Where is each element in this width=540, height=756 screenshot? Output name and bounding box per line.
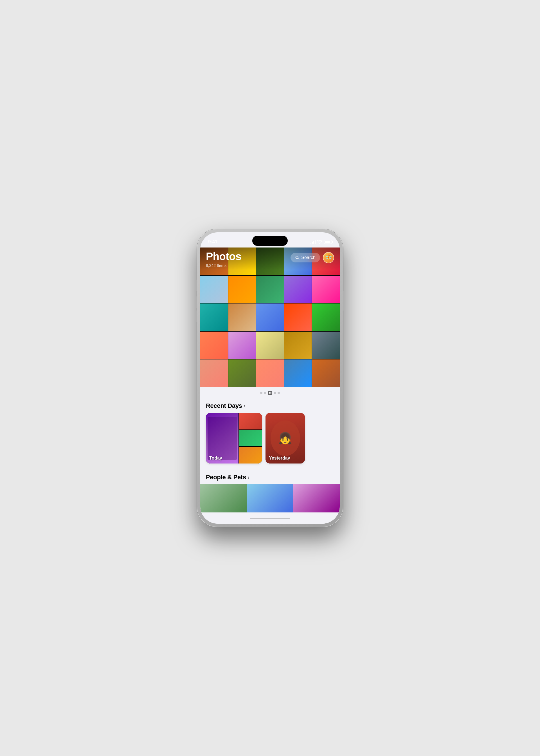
yesterday-card[interactable]: 👧 Yesterday xyxy=(265,413,305,463)
header-actions: Search 🧚 xyxy=(291,252,334,263)
avatar-emoji: 🧚 xyxy=(325,254,332,261)
photo-cell-21[interactable] xyxy=(200,359,228,387)
photo-cell-13[interactable] xyxy=(256,304,284,331)
people-pets-section: People & Pets › xyxy=(200,469,340,515)
people-strip xyxy=(200,484,340,512)
header-overlay: Photos 8,342 Items Search 🧚 xyxy=(200,247,340,270)
svg-rect-2 xyxy=(269,392,270,393)
dot-2[interactable] xyxy=(264,392,266,394)
photo-cell-6[interactable] xyxy=(200,276,228,303)
home-indicator xyxy=(250,518,290,519)
status-time: 9:41 xyxy=(208,239,217,245)
dot-grid-active[interactable] xyxy=(268,391,272,395)
yesterday-label: Yesterday xyxy=(269,455,290,461)
bottom-bar xyxy=(200,515,340,524)
dot-4[interactable] xyxy=(274,392,276,394)
phone-device: 9:41 xyxy=(197,229,343,527)
photo-cell-24[interactable] xyxy=(284,359,312,387)
content-scroll[interactable]: Photos 8,342 Items Search 🧚 xyxy=(200,247,340,524)
photo-cell-19[interactable] xyxy=(284,331,312,359)
search-label: Search xyxy=(301,255,316,260)
recent-days-header[interactable]: Recent Days › xyxy=(200,400,340,413)
search-button[interactable]: Search xyxy=(291,253,320,262)
photo-cell-15[interactable] xyxy=(312,304,340,331)
search-icon xyxy=(295,255,300,260)
svg-rect-5 xyxy=(270,393,271,394)
dynamic-island xyxy=(252,236,288,246)
cards-row: Today 👧 Yesterday xyxy=(200,413,340,469)
svg-rect-3 xyxy=(270,392,271,393)
photo-cell-25[interactable] xyxy=(312,359,340,387)
recent-days-section: Recent Days › xyxy=(200,398,340,469)
photo-cell-9[interactable] xyxy=(284,276,312,303)
photo-grid-section: Photos 8,342 Items Search 🧚 xyxy=(200,247,340,387)
people-pets-header[interactable]: People & Pets › xyxy=(200,471,340,484)
svg-line-1 xyxy=(298,258,299,259)
photo-cell-22[interactable] xyxy=(228,359,256,387)
dot-5[interactable] xyxy=(278,392,280,394)
photo-cell-23[interactable] xyxy=(256,359,284,387)
photo-cell-11[interactable] xyxy=(200,304,228,331)
page-indicators xyxy=(200,387,340,398)
people-pets-title: People & Pets xyxy=(206,474,246,481)
svg-rect-4 xyxy=(269,393,270,394)
photo-count: 8,342 Items xyxy=(206,263,291,268)
wifi-icon xyxy=(317,240,322,244)
status-icons xyxy=(311,240,332,244)
people-cell-2[interactable] xyxy=(247,484,293,512)
page-title: Photos xyxy=(206,251,291,263)
photo-cell-12[interactable] xyxy=(228,304,256,331)
dot-1[interactable] xyxy=(260,392,262,394)
signal-icon xyxy=(311,240,316,244)
photo-cell-7[interactable] xyxy=(228,276,256,303)
people-cell-1[interactable] xyxy=(200,484,247,512)
photo-cell-14[interactable] xyxy=(284,304,312,331)
people-cell-3[interactable] xyxy=(293,484,340,512)
photo-cell-18[interactable] xyxy=(256,331,284,359)
recent-days-title: Recent Days xyxy=(206,402,242,410)
recent-days-chevron: › xyxy=(244,403,245,409)
status-bar: 9:41 xyxy=(200,232,340,247)
avatar-button[interactable]: 🧚 xyxy=(323,252,334,263)
photo-cell-10[interactable] xyxy=(312,276,340,303)
header-title-group: Photos 8,342 Items xyxy=(206,251,291,268)
people-pets-chevron: › xyxy=(248,474,249,480)
today-card[interactable]: Today xyxy=(206,413,262,463)
photo-cell-17[interactable] xyxy=(228,331,256,359)
battery-icon xyxy=(324,240,332,244)
phone-screen: 9:41 xyxy=(200,232,340,524)
photo-cell-20[interactable] xyxy=(312,331,340,359)
photo-cell-8[interactable] xyxy=(256,276,284,303)
photo-cell-16[interactable] xyxy=(200,331,228,359)
today-label: Today xyxy=(209,455,222,461)
